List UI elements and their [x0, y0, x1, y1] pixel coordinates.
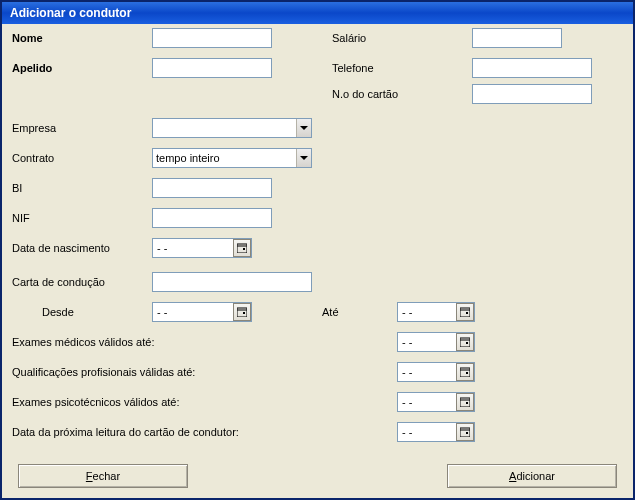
prox-field[interactable]: - -	[397, 422, 475, 442]
telefone-input[interactable]	[472, 58, 592, 78]
desde-text[interactable]: - -	[153, 306, 233, 318]
qualif-cal-button[interactable]	[456, 363, 474, 381]
adicionar-button[interactable]: Adicionar	[447, 464, 617, 488]
empresa-combo-arrow[interactable]	[296, 119, 311, 137]
label-empresa: Empresa	[12, 122, 56, 134]
calendar-icon	[460, 337, 470, 347]
contrato-combo-arrow[interactable]	[296, 149, 311, 167]
calendar-icon	[460, 397, 470, 407]
prox-field-wrap: - -	[397, 422, 475, 442]
datanasc-text[interactable]: - -	[153, 242, 233, 254]
label-exmed-row: Exames médicos válidos até:	[12, 336, 154, 348]
label-empresa-row: Empresa	[12, 122, 56, 134]
svg-rect-15	[460, 398, 470, 407]
label-nome: Nome	[12, 32, 43, 44]
contrato-combo[interactable]	[152, 148, 312, 168]
svg-rect-11	[466, 342, 468, 344]
label-datanasc: Data de nascimento	[12, 242, 110, 254]
salario-input[interactable]	[472, 28, 562, 48]
svg-rect-18	[460, 428, 470, 437]
empresa-combo-text[interactable]	[153, 119, 296, 137]
prox-text[interactable]: - -	[398, 426, 456, 438]
label-psico: Exames psicotécnicos válidos até:	[12, 396, 180, 408]
label-exmed: Exames médicos válidos até:	[12, 336, 154, 348]
exmed-field-wrap: - -	[397, 332, 475, 352]
empresa-combo[interactable]	[152, 118, 312, 138]
calendar-icon	[237, 243, 247, 253]
datanasc-field-wrap: - -	[152, 238, 252, 258]
svg-rect-14	[466, 372, 468, 374]
carta-input[interactable]	[152, 272, 312, 292]
label-bi: BI	[12, 182, 22, 194]
chevron-down-icon	[300, 156, 308, 160]
svg-rect-8	[466, 312, 468, 314]
label-ate: Até	[322, 306, 339, 318]
datanasc-field[interactable]: - -	[152, 238, 252, 258]
numcartao-input[interactable]	[472, 84, 592, 104]
label-apelido-row: Apelido	[12, 62, 52, 74]
label-nif: NIF	[12, 212, 30, 224]
nif-input[interactable]	[152, 208, 272, 228]
nome-input[interactable]	[152, 28, 272, 48]
carta-input-wrap	[152, 272, 312, 292]
prox-cal-button[interactable]	[456, 423, 474, 441]
label-contrato-row: Contrato	[12, 152, 54, 164]
nif-input-wrap	[152, 208, 272, 228]
qualif-field[interactable]: - -	[397, 362, 475, 382]
svg-rect-5	[243, 312, 245, 314]
label-numcartao: N.o do cartão	[332, 88, 398, 100]
exmed-field[interactable]: - -	[397, 332, 475, 352]
label-numcartao-row: N.o do cartão	[332, 88, 398, 100]
telefone-input-wrap	[472, 58, 592, 78]
svg-rect-9	[460, 338, 470, 347]
svg-rect-12	[460, 368, 470, 377]
psico-text[interactable]: - -	[398, 396, 456, 408]
desde-field-wrap: - -	[152, 302, 252, 322]
client-area: Nome Apelido Salário Telefone N.o do car…	[2, 24, 633, 498]
window: Adicionar o condutor Nome Apelido Salári…	[0, 0, 635, 500]
calendar-icon	[237, 307, 247, 317]
bi-input[interactable]	[152, 178, 272, 198]
apelido-input-wrap	[152, 58, 272, 78]
exmed-cal-button[interactable]	[456, 333, 474, 351]
label-datanasc-row: Data de nascimento	[12, 242, 110, 254]
apelido-input[interactable]	[152, 58, 272, 78]
psico-field-wrap: - -	[397, 392, 475, 412]
bi-input-wrap	[152, 178, 272, 198]
ate-field[interactable]: - -	[397, 302, 475, 322]
label-carta: Carta de condução	[12, 276, 105, 288]
label-bi-row: BI	[12, 182, 22, 194]
label-prox-row: Data da próxima leitura do cartão de con…	[12, 426, 239, 438]
label-salario-row: Salário	[332, 32, 366, 44]
qualif-text[interactable]: - -	[398, 366, 456, 378]
label-nome-row: Nome	[12, 32, 43, 44]
ate-text[interactable]: - -	[398, 306, 456, 318]
label-prox: Data da próxima leitura do cartão de con…	[12, 426, 239, 438]
fechar-button[interactable]: Fechar	[18, 464, 188, 488]
ate-cal-button[interactable]	[456, 303, 474, 321]
svg-rect-20	[466, 432, 468, 434]
exmed-text[interactable]: - -	[398, 336, 456, 348]
psico-field[interactable]: - -	[397, 392, 475, 412]
desde-field[interactable]: - -	[152, 302, 252, 322]
salario-input-wrap	[472, 28, 562, 48]
label-psico-row: Exames psicotécnicos válidos até:	[12, 396, 180, 408]
svg-rect-6	[460, 308, 470, 317]
nome-input-wrap	[152, 28, 272, 48]
svg-rect-0	[237, 244, 247, 253]
label-apelido: Apelido	[12, 62, 52, 74]
fechar-rest: echar	[93, 470, 121, 482]
datanasc-cal-button[interactable]	[233, 239, 251, 257]
titlebar: Adicionar o condutor	[2, 2, 633, 24]
contrato-combo-text[interactable]	[153, 149, 296, 167]
calendar-icon	[460, 367, 470, 377]
button-bar: Fechar Adicionar	[18, 464, 617, 488]
label-qualif: Qualificações profisionais válidas até:	[12, 366, 195, 378]
svg-rect-3	[237, 308, 247, 317]
psico-cal-button[interactable]	[456, 393, 474, 411]
adicionar-rest: dicionar	[516, 470, 555, 482]
desde-cal-button[interactable]	[233, 303, 251, 321]
fechar-mnemonic: F	[86, 470, 93, 482]
chevron-down-icon	[300, 126, 308, 130]
calendar-icon	[460, 427, 470, 437]
